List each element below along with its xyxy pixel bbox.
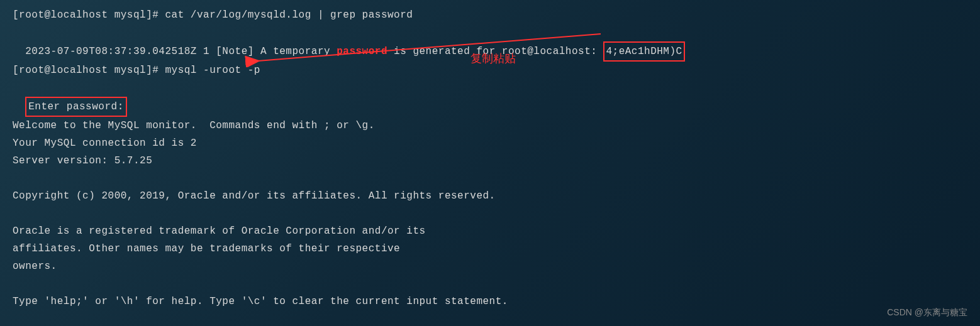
temp-password-box: 4;eAc1hDHM)C (603, 41, 684, 62)
trademark-line-1: Oracle is a registered trademark of Orac… (13, 222, 967, 240)
copyright-line: Copyright (c) 2000, 2019, Oracle and/or … (13, 187, 967, 205)
help-line: Type 'help;' or '\h' for help. Type '\c'… (13, 293, 967, 310)
blank-line (13, 275, 967, 293)
prompt-cat-grep: [root@localhost mysql]# cat /var/log/mys… (13, 6, 967, 24)
log-prefix: 2023-07-09T08:37:39.042518Z 1 [Note] A t… (25, 46, 337, 57)
watermark-text: CSDN @东离与糖宝 (887, 305, 967, 320)
blank-line (13, 205, 967, 222)
enter-password-box: Enter password: (25, 97, 127, 117)
welcome-line: Welcome to the MySQL monitor. Commands e… (13, 117, 967, 134)
enter-password-line: Enter password: (13, 79, 967, 117)
connection-id-line: Your MySQL connection id is 2 (13, 134, 967, 152)
blank-line (13, 310, 967, 326)
password-highlight: password (337, 46, 387, 57)
copy-paste-annotation: 复制粘贴 (471, 49, 516, 69)
blank-line (13, 170, 967, 187)
server-version-line: Server version: 5.7.25 (13, 152, 967, 170)
trademark-line-2: affiliates. Other names may be trademark… (13, 240, 967, 258)
trademark-line-3: owners. (13, 258, 967, 275)
